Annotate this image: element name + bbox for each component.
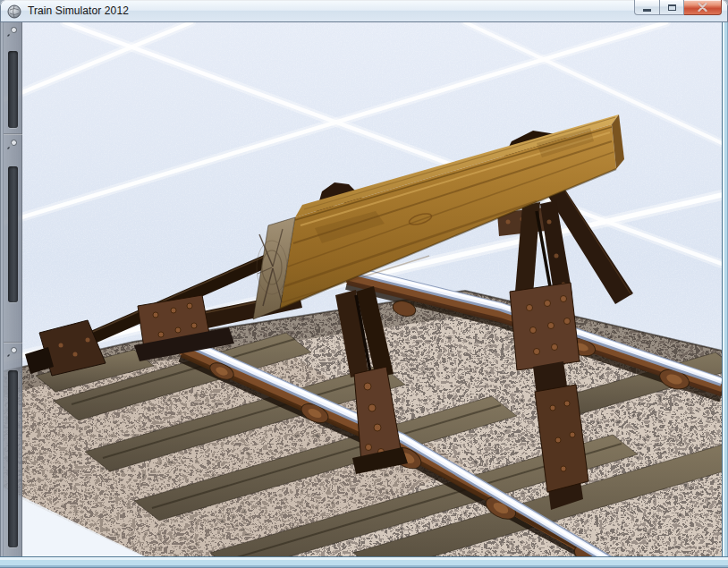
rivet — [547, 220, 552, 225]
rivet — [366, 445, 372, 451]
strip-divider — [4, 133, 22, 135]
rivet — [530, 327, 537, 334]
rivet — [158, 332, 164, 337]
rivet — [73, 352, 78, 357]
pushpin-icon[interactable] — [6, 26, 19, 38]
left-toolstrip — [4, 22, 22, 556]
rivet — [552, 344, 558, 351]
rivet — [534, 349, 540, 355]
rivet — [554, 254, 559, 259]
collapsed-panel-handle[interactable] — [8, 166, 18, 302]
rivet — [527, 305, 533, 311]
pushpin-icon[interactable] — [6, 346, 19, 359]
rivet — [171, 308, 176, 313]
maximize-button[interactable] — [660, 0, 684, 15]
titlebar[interactable]: Train Simulator 2012 — [0, 0, 728, 23]
strip-divider — [4, 342, 22, 343]
viewport-3d[interactable] — [4, 22, 722, 556]
rivet — [153, 312, 158, 318]
right-aframe-gusset — [510, 283, 580, 370]
close-button[interactable] — [684, 0, 722, 15]
minimize-icon — [643, 9, 651, 12]
rivet — [570, 432, 575, 437]
rivet — [561, 296, 567, 302]
maximize-icon — [668, 4, 676, 11]
window-bottom-border[interactable] — [0, 556, 728, 568]
scene-svg[interactable] — [4, 22, 722, 556]
window-controls — [634, 0, 722, 15]
app-window: Train Simulator 2012 — [0, 0, 728, 568]
rivet — [550, 405, 555, 411]
rivet — [191, 323, 197, 328]
rivet — [545, 301, 551, 307]
rivet — [506, 220, 511, 225]
window-right-border[interactable] — [722, 22, 728, 568]
rivet — [86, 338, 90, 343]
rivet — [364, 383, 371, 390]
rivet — [368, 404, 376, 411]
app-globe-icon — [7, 4, 21, 19]
pushpin-icon[interactable] — [6, 139, 19, 151]
rivet — [555, 437, 561, 443]
rivet — [59, 343, 63, 348]
window-title: Train Simulator 2012 — [28, 4, 129, 17]
collapsed-panel-handle[interactable] — [8, 51, 18, 128]
minimize-button[interactable] — [634, 0, 660, 15]
rivet — [564, 401, 570, 406]
collapsed-panel-handle[interactable] — [8, 370, 18, 547]
rivet — [187, 303, 192, 309]
rivet — [374, 424, 381, 431]
close-x-icon — [698, 3, 707, 12]
rivet — [548, 323, 554, 329]
rivet — [561, 466, 566, 471]
rivet — [175, 327, 181, 333]
rivet — [564, 318, 571, 325]
